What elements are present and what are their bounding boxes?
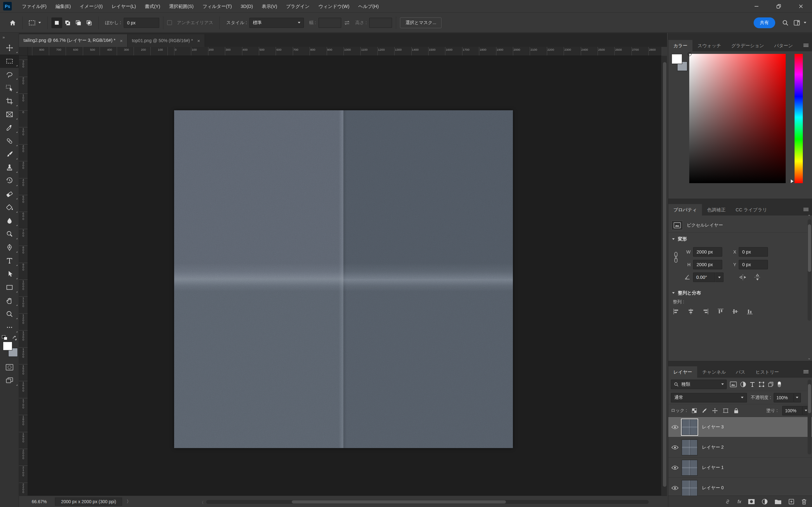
foreground-color-swatch[interactable]	[3, 342, 12, 350]
tab-ヒストリー[interactable]: ヒストリー	[751, 366, 784, 378]
align-horizontal-centers-icon[interactable]	[687, 308, 694, 315]
hue-slider-cursor[interactable]	[791, 179, 794, 183]
menu-item[interactable]: ウィンドウ(W)	[314, 0, 354, 13]
lock-transparency-icon[interactable]	[692, 408, 697, 413]
layer-name[interactable]: レイヤー 0	[702, 485, 724, 491]
tab-カラー[interactable]: カラー	[668, 40, 693, 51]
scroll-up-icon[interactable]: ⌃	[808, 214, 811, 219]
rotation-angle-caret-icon[interactable]	[715, 273, 723, 282]
flip-horizontal-icon[interactable]	[739, 274, 747, 281]
layers-scrollbar[interactable]	[808, 380, 811, 454]
style-select[interactable]: 標準	[249, 18, 304, 28]
menu-item[interactable]: プラグイン	[282, 0, 314, 13]
layer-visibility-eye-icon[interactable]	[668, 424, 681, 430]
blend-mode-select[interactable]: 通常	[671, 393, 747, 402]
menu-item[interactable]: レイヤー(L)	[107, 0, 141, 13]
opacity-input[interactable]: 100%	[774, 393, 794, 402]
rectangular-marquee-tool[interactable]	[0, 55, 19, 68]
paint-bucket-tool[interactable]	[0, 201, 19, 214]
edit-toolbar-tool[interactable]	[0, 321, 19, 334]
layer-row[interactable]: レイヤー 2	[668, 437, 812, 458]
layer-visibility-eye-icon[interactable]	[668, 465, 681, 470]
panel-menu-icon[interactable]	[803, 204, 809, 216]
lock-pixels-icon[interactable]	[702, 408, 707, 413]
delete-layer-icon[interactable]	[801, 498, 807, 505]
tab-CC ライブラリ[interactable]: CC ライブラリ	[730, 204, 772, 216]
align-right-edges-icon[interactable]	[702, 308, 709, 315]
y-value-input[interactable]: 0 px	[739, 260, 768, 269]
tab-スウォッチ[interactable]: スウォッチ	[693, 40, 726, 51]
tab-チャンネル[interactable]: チャンネル	[697, 366, 731, 378]
menu-item[interactable]: イメージ(I)	[75, 0, 107, 13]
panel-menu-icon[interactable]	[803, 366, 809, 378]
share-button[interactable]: 共有	[754, 17, 775, 28]
layer-name[interactable]: レイヤー 2	[702, 445, 724, 450]
layer-thumbnail[interactable]	[681, 460, 698, 475]
filter-pixel-layers-icon[interactable]	[729, 381, 737, 388]
screen-mode-button[interactable]	[0, 374, 19, 387]
add-layer-mask-icon[interactable]	[748, 498, 755, 505]
new-layer-icon[interactable]	[788, 498, 795, 505]
history-brush-tool[interactable]	[0, 174, 19, 187]
layer-thumbnail[interactable]	[681, 480, 698, 496]
minimize-button[interactable]	[745, 0, 768, 13]
align-vertical-centers-icon[interactable]	[732, 308, 739, 315]
filter-toggle-icon[interactable]	[777, 381, 782, 388]
zoom-tool[interactable]	[0, 307, 19, 321]
layer-thumbnail[interactable]	[681, 419, 698, 435]
document-info-field[interactable]: 2000 px x 2000 px (300 ppi)	[55, 498, 122, 506]
dodge-tool[interactable]	[0, 228, 19, 241]
move-tool[interactable]	[0, 41, 19, 55]
home-icon[interactable]	[7, 17, 18, 29]
lock-all-icon[interactable]	[733, 407, 739, 414]
width-input[interactable]	[318, 18, 341, 28]
menu-item[interactable]: ヘルプ(H)	[354, 0, 384, 13]
layer-thumbnail[interactable]	[681, 440, 698, 455]
tab-グラデーション[interactable]: グラデーション	[726, 40, 769, 51]
tab-close-icon[interactable]: ×	[120, 38, 123, 43]
tab-色調補正[interactable]: 色調補正	[702, 204, 730, 216]
tab-レイヤー[interactable]: レイヤー	[668, 366, 697, 378]
scroll-down-icon[interactable]: ⌄	[808, 356, 811, 360]
width-value-input[interactable]: 2000 px	[693, 247, 722, 257]
scroll-left-icon[interactable]: 〈	[200, 500, 204, 505]
close-button[interactable]	[790, 0, 812, 13]
menu-item[interactable]: フィルター(T)	[198, 0, 236, 13]
align-bottom-edges-icon[interactable]	[746, 308, 753, 315]
canvas-document[interactable]	[174, 110, 513, 448]
document-tab[interactable]: tailing2.png @ 66.7% (レイヤー 3, RGB/16#) *…	[19, 34, 128, 47]
subtract-from-selection-mode-button[interactable]	[73, 17, 84, 28]
select-and-mask-button[interactable]: 選択とマスク...	[400, 17, 442, 28]
flip-vertical-icon[interactable]	[753, 274, 762, 281]
link-layers-icon[interactable]	[724, 498, 731, 505]
layer-effects-icon[interactable]: fx	[738, 499, 741, 504]
horizontal-scrollbar[interactable]	[206, 500, 649, 504]
swap-width-height-icon[interactable]	[341, 17, 353, 29]
filter-type-layers-icon[interactable]	[749, 381, 756, 388]
new-adjustment-layer-icon[interactable]	[762, 498, 768, 505]
saturation-brightness-field[interactable]	[689, 54, 786, 183]
status-expand-icon[interactable]: 〉	[126, 499, 131, 504]
menu-item[interactable]: 編集(E)	[51, 0, 75, 13]
toolbar-expand-icon[interactable]: »	[0, 33, 19, 41]
vertical-scrollbar[interactable]	[662, 56, 667, 496]
color-field-cursor[interactable]	[688, 52, 692, 56]
menu-item[interactable]: 3D(D)	[236, 0, 258, 13]
layer-row[interactable]: レイヤー 0	[668, 478, 812, 498]
workspace-switcher-icon[interactable]	[791, 17, 803, 29]
crop-tool[interactable]	[0, 95, 19, 108]
transform-section-header[interactable]: 変形	[668, 233, 812, 245]
new-selection-mode-button[interactable]	[51, 17, 62, 28]
tab-パターン[interactable]: パターン	[769, 40, 798, 51]
lasso-tool[interactable]	[0, 68, 19, 81]
ruler-origin-corner[interactable]	[19, 47, 28, 56]
search-icon[interactable]	[780, 17, 791, 29]
antialias-checkbox[interactable]	[167, 20, 172, 25]
x-value-input[interactable]: 0 px	[739, 247, 768, 257]
workspace-caret-icon[interactable]	[804, 22, 806, 23]
add-to-selection-mode-button[interactable]	[62, 17, 73, 28]
fill-input[interactable]: 100%	[782, 406, 803, 415]
hue-slider[interactable]	[795, 54, 803, 183]
hand-tool[interactable]	[0, 294, 19, 307]
link-dimensions-icon[interactable]	[673, 250, 679, 264]
